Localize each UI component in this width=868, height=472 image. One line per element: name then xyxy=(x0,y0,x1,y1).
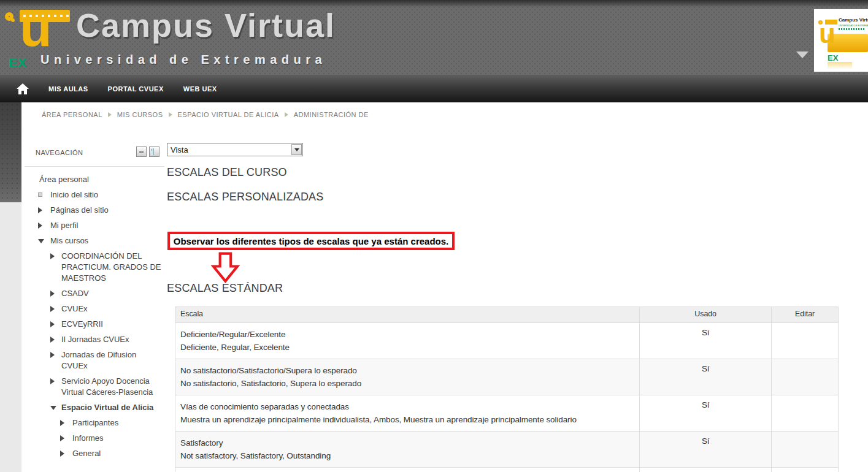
scale-name: Satisfactory xyxy=(180,436,634,449)
navigation-tree: Área personal Inicio del sitio Páginas d… xyxy=(25,174,164,459)
sidebar-item-servicio-apoyo[interactable]: Servicio Apoyo Docencia Virtual Cáceres-… xyxy=(25,376,164,398)
column-header-escala: Escala xyxy=(175,307,640,323)
scale-items: Muestra un aprendizaje principalmente in… xyxy=(180,413,634,426)
triangle-right-icon[interactable] xyxy=(50,352,55,358)
triangle-down-icon[interactable] xyxy=(50,406,56,410)
annotation-text: Observar los diferentes tipos de escalas… xyxy=(174,236,449,246)
main-region: Vista ESCALAS DEL CURSO ESCALAS PERSONAL… xyxy=(167,102,860,472)
sidebar-item-ecveyrrii[interactable]: ECVEyRRII xyxy=(25,319,164,330)
scale-used: Sí xyxy=(640,359,772,395)
view-select[interactable]: Vista xyxy=(167,143,303,156)
breadcrumb-separator-icon xyxy=(108,112,112,117)
mini-logo-box: Campus Virtual UNIVERSIDAD DE EXTREMADUR… xyxy=(814,9,868,72)
sidebar-item-csadv[interactable]: CSADV xyxy=(25,288,164,299)
sidebar-item-paginas-del-sitio[interactable]: Páginas del sitio xyxy=(25,205,164,216)
sidebar-item-coordinacion-practicum[interactable]: COORDINACIÓN DEL PRACTICUM. GRADOS DE MA… xyxy=(25,251,164,284)
view-select-value: Vista xyxy=(171,145,188,154)
standard-scales-table: Escala Usado Editar Deficiente/Regular/E… xyxy=(175,306,839,472)
logo-column-capital-icon xyxy=(5,12,13,21)
sidebar-item-participantes[interactable]: Participantes xyxy=(25,417,164,428)
campus-virtual-page: u EX Campus Virtual Universidad de Extre… xyxy=(0,0,868,472)
sidebar-item-jornadas-difusion[interactable]: Jornadas de Difusion CVUEx xyxy=(25,349,164,371)
sidebar-item-general[interactable]: General xyxy=(25,448,164,459)
breadcrumb-mis-cursos[interactable]: MIS CURSOS xyxy=(117,111,163,118)
home-icon[interactable] xyxy=(17,83,29,94)
dock-block-icon[interactable] xyxy=(149,147,159,157)
scale-name: No satisfactorio/Satisfactorio/Supera lo… xyxy=(180,364,634,377)
brand-title: Campus Virtual xyxy=(76,6,336,44)
triangle-right-icon[interactable] xyxy=(60,451,64,457)
block-divider xyxy=(25,166,164,167)
scale-items: Deficiente, Regular, Excelente xyxy=(180,341,634,354)
mini-logo-reflection xyxy=(828,62,852,69)
navigation-block: NAVEGACIÓN Área personal Inicio del siti… xyxy=(25,145,164,463)
triangle-right-icon[interactable] xyxy=(50,337,55,343)
logo-u-glyph: u xyxy=(20,1,52,54)
scale-edit-cell xyxy=(772,395,839,432)
scale-edit-cell xyxy=(772,432,839,468)
scale-used: Sí xyxy=(640,468,772,472)
scale-used: Sí xyxy=(640,323,772,359)
scale-edit-cell xyxy=(772,468,839,472)
dropdown-arrow-icon[interactable] xyxy=(291,144,302,155)
table-row: No satisfactorio/Satisfactorio/Supera lo… xyxy=(175,359,839,395)
sidebar-item-inicio-del-sitio[interactable]: Inicio del sitio xyxy=(25,189,164,200)
site-header: u EX Campus Virtual Universidad de Extre… xyxy=(0,0,868,75)
sidebar-item-mi-perfil[interactable]: Mi perfil xyxy=(25,220,164,231)
nav-item-web-uex[interactable]: WEB UEX xyxy=(181,82,220,96)
triangle-right-icon[interactable] xyxy=(38,207,42,213)
annotation-box: Observar los diferentes tipos de escalas… xyxy=(167,232,455,250)
sidebar-item-ii-jornadas-cvuex[interactable]: II Jornadas CVUEx xyxy=(25,334,164,345)
main-navbar: MIS AULAS PORTAL CVUEX WEB UEX xyxy=(0,75,868,102)
bullet-square-icon xyxy=(38,192,42,197)
heading-escalas-personalizadas: ESCALAS PERSONALIZADAS xyxy=(167,191,324,204)
scale-edit-cell xyxy=(772,323,839,359)
sidebar-item-area-personal[interactable]: Área personal xyxy=(25,174,164,185)
brand-subtitle: Universidad de Extremadura xyxy=(40,53,326,67)
mini-logo-dotted-line xyxy=(839,28,866,30)
table-row: Separate and Connected ways of knowing S… xyxy=(175,468,839,472)
triangle-right-icon[interactable] xyxy=(38,223,42,229)
heading-escalas-del-curso: ESCALAS DEL CURSO xyxy=(167,166,287,179)
triangle-right-icon[interactable] xyxy=(50,253,55,259)
scale-items: Not satisfactory, Satisfactory, Outstand… xyxy=(180,449,634,462)
table-row: Deficiente/Regular/Excelente Deficiente,… xyxy=(175,323,839,359)
scale-items: No satisfactorio, Satisfactorio, Supera … xyxy=(180,377,634,390)
scale-used: Sí xyxy=(640,395,772,432)
triangle-right-icon[interactable] xyxy=(60,435,64,441)
scale-name: Vías de conocimiento separadas y conecta… xyxy=(180,400,634,413)
mini-logo-title: Campus Virtual xyxy=(839,17,868,23)
mini-logo-u-glyph: u xyxy=(819,20,835,47)
navigation-block-title: NAVEGACIÓN xyxy=(36,149,83,156)
sidebar-item-espacio-virtual-alicia[interactable]: Espacio Virtual de Alicia xyxy=(25,402,164,413)
table-header-row: Escala Usado Editar xyxy=(175,307,839,323)
mini-logo-subtitle: UNIVERSIDAD DE EXTREMADURA xyxy=(839,24,868,27)
sidebar-item-mis-cursos[interactable]: Mis cursos xyxy=(25,235,164,246)
left-background-strip xyxy=(0,102,21,472)
page-content: ÁREA PERSONAL MIS CURSOS ESPACIO VIRTUAL… xyxy=(21,102,868,472)
table-row: Satisfactory Not satisfactory, Satisfact… xyxy=(175,432,839,468)
column-header-usado: Usado xyxy=(640,307,772,323)
triangle-right-icon[interactable] xyxy=(50,378,55,384)
table-row: Vías de conocimiento separadas y conecta… xyxy=(175,395,839,432)
heading-escalas-estandar: ESCALAS ESTÁNDAR xyxy=(167,282,283,295)
nav-item-portal-cvuex[interactable]: PORTAL CVUEX xyxy=(106,82,166,96)
scale-edit-cell xyxy=(772,359,839,395)
column-header-editar: Editar xyxy=(772,307,839,323)
nav-item-mis-aulas[interactable]: MIS AULAS xyxy=(46,82,91,96)
scale-used: Sí xyxy=(640,432,772,468)
triangle-down-icon[interactable] xyxy=(38,239,44,243)
chevron-down-icon[interactable] xyxy=(796,51,808,58)
scale-name: Deficiente/Regular/Excelente xyxy=(180,328,634,341)
sidebar-item-informes[interactable]: Informes xyxy=(25,433,164,444)
logo-ex-text: EX xyxy=(9,55,26,71)
mini-logo-ex-text: EX xyxy=(828,53,838,63)
triangle-right-icon[interactable] xyxy=(50,306,55,312)
triangle-right-icon[interactable] xyxy=(50,321,55,327)
sidebar-item-cvuex[interactable]: CVUEx xyxy=(25,303,164,314)
breadcrumb-area-personal[interactable]: ÁREA PERSONAL xyxy=(42,111,102,118)
triangle-right-icon[interactable] xyxy=(60,420,64,426)
triangle-right-icon[interactable] xyxy=(50,291,55,297)
collapse-block-icon[interactable] xyxy=(136,147,147,157)
